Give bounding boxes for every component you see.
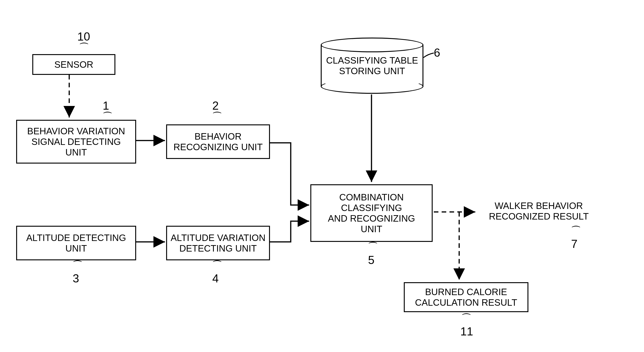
node-bvsd-text: BEHAVIOR VARIATIONSIGNAL DETECTINGUNIT	[27, 126, 125, 158]
node-combo-text: COMBINATIONCLASSIFYINGAND RECOGNIZINGUNI…	[328, 192, 415, 234]
label-altdet-num: 3	[73, 272, 79, 285]
tilde-combo: ⁀	[369, 242, 376, 252]
label-calorie-num: 11	[460, 325, 473, 338]
node-store: CLASSIFYING TABLESTORING UNIT	[321, 45, 424, 86]
tilde-altdet: ⁀	[74, 260, 81, 271]
node-calorie: BURNED CALORIECALCULATION RESULT	[404, 282, 528, 312]
node-calorie-text: BURNED CALORIECALCULATION RESULT	[415, 287, 517, 308]
label-altvar-num: 4	[212, 272, 219, 285]
label-bvsd-num: 1	[103, 99, 109, 112]
node-sensor-text: SENSOR	[54, 59, 94, 70]
label-result-num: 7	[571, 237, 578, 251]
node-brec: BEHAVIORRECOGNIZING UNIT	[166, 124, 270, 159]
node-altdet: ALTITUDE DETECTINGUNIT	[16, 226, 136, 260]
tilde-calorie: ⁀	[463, 313, 470, 324]
node-bvsd: BEHAVIOR VARIATIONSIGNAL DETECTINGUNIT	[16, 120, 136, 164]
diagram-canvas: SENSOR 10 ⁀ BEHAVIOR VARIATIONSIGNAL DET…	[0, 0, 644, 352]
node-sensor: SENSOR	[32, 54, 115, 75]
node-combo: COMBINATIONCLASSIFYINGAND RECOGNIZINGUNI…	[310, 184, 433, 242]
label-sensor-num: 10	[77, 30, 90, 43]
node-altvar: ALTITUDE VARIATIONDETECTING UNIT	[166, 226, 270, 260]
tilde-brec: ⁀	[214, 112, 221, 122]
node-store-text: CLASSIFYING TABLESTORING UNIT	[326, 55, 418, 76]
label-combo-num: 5	[368, 253, 374, 267]
node-result-text: WALKER BEHAVIORRECOGNIZED RESULT	[489, 201, 589, 221]
node-brec-text: BEHAVIORRECOGNIZING UNIT	[174, 131, 263, 152]
tilde-altvar: ⁀	[214, 260, 221, 271]
node-altvar-text: ALTITUDE VARIATIONDETECTING UNIT	[170, 232, 265, 254]
tilde-result: ⁀	[572, 226, 580, 236]
node-result: WALKER BEHAVIORRECOGNIZED RESULT	[478, 200, 600, 222]
label-brec-num: 2	[212, 99, 219, 112]
node-altdet-text: ALTITUDE DETECTINGUNIT	[26, 232, 126, 254]
tilde-bvsd: ⁀	[104, 112, 111, 122]
tilde-sensor: ⁀	[80, 43, 88, 53]
label-store-num: 6	[434, 46, 440, 59]
